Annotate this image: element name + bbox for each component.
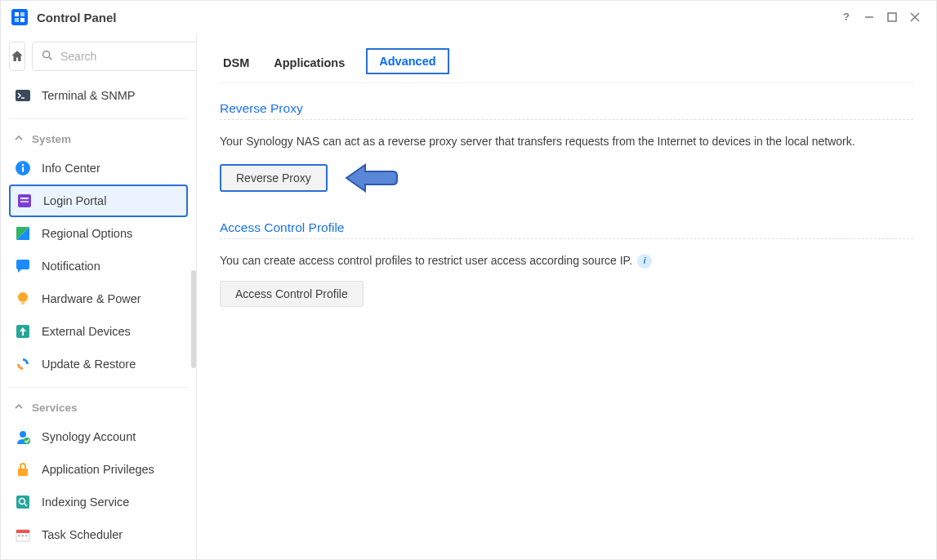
svg-rect-0 [11,9,28,25]
attention-arrow-icon [342,162,399,194]
svg-line-11 [49,57,51,60]
portal-icon [16,192,33,210]
info-icon [14,159,32,177]
svg-point-26 [24,438,30,444]
svg-rect-27 [18,469,28,476]
sidebar-item-label: Synology Account [42,430,136,443]
sidebar-item-login-portal[interactable]: Login Portal [9,184,188,217]
sidebar-item-label: Info Center [42,162,100,175]
search-box[interactable] [32,42,197,71]
search-icon [41,49,54,64]
window-title: Control Panel [37,11,117,24]
search-index-icon [14,493,32,511]
svg-point-22 [18,292,28,302]
calendar-icon [14,526,32,544]
section-desc: Your Synology NAS can act as a reverse p… [220,133,913,150]
sidebar-item-label: Notification [42,260,100,273]
sidebar-item-regional[interactable]: Regional Options [9,217,188,250]
divider [9,118,188,119]
svg-point-15 [22,164,25,167]
upload-icon [14,322,32,340]
refresh-icon [14,355,32,373]
tab-applications[interactable]: Applications [270,50,348,81]
svg-rect-4 [20,18,25,22]
svg-text:?: ? [843,11,850,23]
svg-point-10 [43,51,50,57]
group-header-system[interactable]: System [9,126,188,152]
sidebar-item-indexing[interactable]: Indexing Service [9,486,188,518]
group-label: System [32,133,71,145]
sidebar-item-task-scheduler[interactable]: Task Scheduler [9,518,188,551]
svg-rect-12 [16,90,30,101]
globe-icon [14,224,32,242]
section-access-control: Access Control Profile You can create ac… [220,220,913,307]
maximize-button[interactable] [881,6,904,29]
sidebar-item-update-restore[interactable]: Update & Restore [9,348,188,380]
divider [9,387,188,388]
terminal-icon [14,87,32,104]
svg-rect-18 [20,198,29,199]
chevron-up-icon [14,133,24,145]
svg-rect-23 [21,301,25,304]
sidebar-item-label: External Devices [42,325,131,338]
section-title: Reverse Proxy [220,101,913,116]
sidebar-item-external-devices[interactable]: External Devices [9,315,188,348]
sidebar-item-label: Task Scheduler [42,528,123,541]
tab-advanced[interactable]: Advanced [366,48,448,74]
divider [220,238,913,239]
window: Control Panel ? Terminal & SNMP [0,0,937,560]
sidebar-item-app-privileges[interactable]: Application Privileges [9,453,188,486]
sidebar: Terminal & SNMP System Info Center Login… [1,33,197,559]
chat-icon [14,257,32,275]
svg-rect-33 [18,535,20,537]
tab-dsm[interactable]: DSM [220,50,252,81]
svg-rect-2 [20,12,25,16]
chevron-up-icon [14,402,24,414]
section-desc: You can create access control profiles t… [220,252,913,269]
sidebar-item-synology-account[interactable]: Synology Account [9,420,188,453]
svg-rect-34 [22,535,25,537]
sidebar-item-hardware[interactable]: Hardware & Power [9,282,188,315]
search-input[interactable] [60,50,197,63]
sidebar-item-label: Login Portal [43,194,106,207]
reverse-proxy-button[interactable]: Reverse Proxy [220,164,328,192]
account-icon [14,428,32,446]
help-button[interactable]: ? [835,6,858,29]
bulb-icon [14,290,32,308]
group-header-services[interactable]: Services [9,394,188,420]
close-button[interactable] [904,6,926,29]
svg-rect-35 [25,535,28,537]
sidebar-item-label: Hardware & Power [42,292,141,305]
main-content: DSM Applications Advanced Reverse Proxy … [197,33,936,559]
svg-point-25 [20,431,26,438]
svg-rect-28 [16,496,29,509]
section-title: Access Control Profile [220,220,913,235]
lock-icon [14,460,32,478]
svg-rect-16 [22,167,24,172]
sidebar-item-notification[interactable]: Notification [9,250,188,282]
svg-rect-32 [16,530,29,533]
section-reverse-proxy: Reverse Proxy Your Synology NAS can act … [220,101,913,194]
svg-rect-19 [20,201,29,202]
sidebar-item-label: Update & Restore [42,358,136,371]
divider [220,119,913,120]
sidebar-item-label: Indexing Service [42,496,129,509]
sidebar-item-label: Regional Options [42,227,132,240]
svg-rect-3 [15,18,19,22]
sidebar-item-terminal-snmp[interactable]: Terminal & SNMP [9,79,188,112]
group-label: Services [32,402,78,414]
access-control-profile-button[interactable]: Access Control Profile [220,281,364,307]
sidebar-item-info-center[interactable]: Info Center [9,152,188,184]
titlebar: Control Panel ? [1,1,936,33]
sidebar-item-label: Terminal & SNMP [42,89,135,102]
info-icon[interactable]: i [637,254,652,269]
tabs: DSM Applications Advanced [220,48,913,83]
svg-rect-7 [888,13,896,21]
home-button[interactable] [9,42,25,71]
sidebar-item-label: Application Privileges [42,463,154,476]
app-icon [11,8,29,26]
svg-rect-1 [15,12,19,16]
minimize-button[interactable] [858,6,881,29]
